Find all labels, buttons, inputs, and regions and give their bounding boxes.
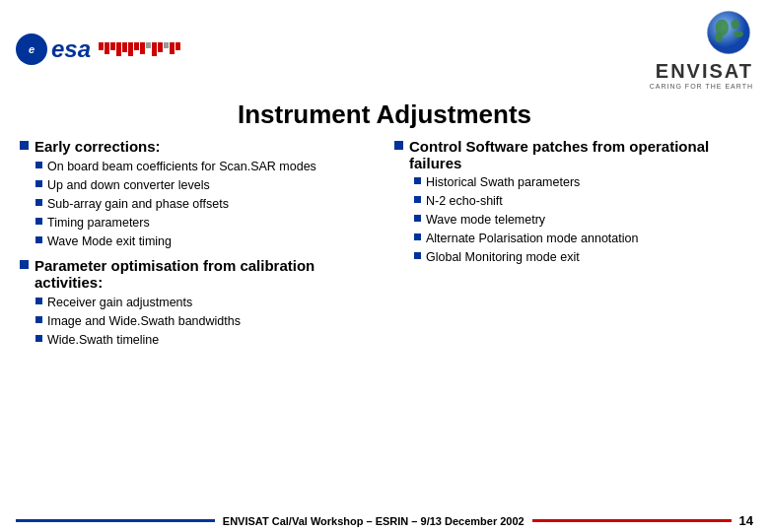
sub-bullet-icon bbox=[35, 335, 42, 342]
list-item: On board beam coefficients for Scan.SAR … bbox=[35, 159, 375, 175]
param-header: Parameter optimisation from calibration … bbox=[20, 257, 375, 291]
param-bullet bbox=[20, 260, 29, 269]
sub-bullet-icon bbox=[414, 252, 421, 259]
footer-text: ENVISAT Cal/Val Workshop – ESRIN – 9/13 … bbox=[223, 515, 524, 527]
item-text: Wave Mode exit timing bbox=[47, 233, 172, 250]
item-text: Up and down converter levels bbox=[47, 177, 210, 194]
early-corrections-label: Early corrections: bbox=[35, 138, 161, 155]
control-bullet bbox=[394, 141, 403, 150]
footer-line-right bbox=[532, 519, 732, 522]
svg-point-3 bbox=[734, 31, 743, 37]
control-section: Control Software patches from operationa… bbox=[394, 138, 749, 265]
item-text: Historical Swath parameters bbox=[426, 174, 580, 191]
control-header: Control Software patches from operationa… bbox=[394, 138, 749, 171]
param-list: Receiver gain adjustments Image and Wide… bbox=[35, 295, 375, 349]
item-text: Receiver gain adjustments bbox=[47, 295, 192, 311]
list-item: N-2 echo-shift bbox=[414, 193, 749, 210]
item-text: N-2 echo-shift bbox=[426, 193, 503, 210]
list-item: Historical Swath parameters bbox=[414, 174, 749, 191]
left-column: Early corrections: On board beam coeffic… bbox=[20, 138, 375, 355]
sub-bullet-icon bbox=[35, 199, 42, 206]
esa-text: esa bbox=[51, 35, 91, 63]
sub-bullet-icon bbox=[35, 236, 42, 243]
footer-page-number: 14 bbox=[739, 513, 753, 528]
content-area: Early corrections: On board beam coeffic… bbox=[0, 134, 769, 359]
item-text: Wide.Swath timeline bbox=[47, 332, 159, 349]
sub-bullet-icon bbox=[414, 196, 421, 203]
list-item: Receiver gain adjustments bbox=[35, 295, 375, 311]
item-text: Wave mode telemetry bbox=[426, 212, 545, 229]
envisat-tagline: CARING FOR THE EARTH bbox=[650, 83, 753, 90]
sub-bullet-icon bbox=[414, 215, 421, 222]
control-list: Historical Swath parameters N-2 echo-shi… bbox=[414, 174, 749, 265]
svg-point-4 bbox=[715, 33, 723, 42]
header: e esa bbox=[0, 0, 769, 94]
envisat-text: ENVISAT bbox=[650, 60, 753, 83]
item-text: On board beam coefficients for Scan.SAR … bbox=[47, 159, 316, 175]
svg-point-2 bbox=[732, 20, 739, 30]
item-text: Timing parameters bbox=[47, 215, 150, 232]
sub-bullet-icon bbox=[35, 298, 42, 304]
page-title: Instrument Adjustments bbox=[238, 100, 531, 129]
early-corrections-section: Early corrections: On board beam coeffic… bbox=[20, 138, 375, 249]
esa-logo: e esa bbox=[16, 33, 180, 65]
globe-icon bbox=[704, 8, 753, 57]
list-item: Sub-array gain and phase offsets bbox=[35, 196, 375, 213]
title-section: Instrument Adjustments bbox=[0, 94, 769, 134]
esa-color-bars bbox=[99, 42, 180, 56]
list-item: Alternate Polarisation mode annotation bbox=[414, 231, 749, 247]
sub-bullet-icon bbox=[414, 233, 421, 240]
sub-bullet-icon bbox=[35, 218, 42, 225]
list-item: Timing parameters bbox=[35, 215, 375, 232]
list-item: Wave Mode exit timing bbox=[35, 233, 375, 250]
control-label: Control Software patches from operationa… bbox=[409, 138, 749, 171]
list-item: Up and down converter levels bbox=[35, 177, 375, 194]
param-section: Parameter optimisation from calibration … bbox=[20, 257, 375, 349]
sub-bullet-icon bbox=[414, 177, 421, 184]
early-corrections-bullet bbox=[20, 141, 29, 150]
item-text: Image and Wide.Swath bandwidths bbox=[47, 313, 241, 330]
item-text: Sub-array gain and phase offsets bbox=[47, 196, 229, 213]
param-label: Parameter optimisation from calibration … bbox=[35, 257, 375, 291]
envisat-logo: ENVISAT CARING FOR THE EARTH bbox=[650, 8, 753, 90]
right-column: Control Software patches from operationa… bbox=[394, 138, 749, 355]
list-item: Global Monitoring mode exit bbox=[414, 249, 749, 266]
footer: ENVISAT Cal/Val Workshop – ESRIN – 9/13 … bbox=[0, 509, 769, 532]
footer-line-left bbox=[16, 519, 215, 522]
item-text: Alternate Polarisation mode annotation bbox=[426, 231, 638, 247]
esa-circle-icon: e bbox=[16, 33, 47, 65]
early-corrections-list: On board beam coefficients for Scan.SAR … bbox=[35, 159, 375, 249]
sub-bullet-icon bbox=[35, 180, 42, 187]
sub-bullet-icon bbox=[35, 316, 42, 323]
list-item: Wave mode telemetry bbox=[414, 212, 749, 229]
svg-point-0 bbox=[707, 11, 749, 53]
list-item: Wide.Swath timeline bbox=[35, 332, 375, 349]
early-corrections-header: Early corrections: bbox=[20, 138, 375, 155]
sub-bullet-icon bbox=[35, 162, 42, 168]
item-text: Global Monitoring mode exit bbox=[426, 249, 580, 266]
list-item: Image and Wide.Swath bandwidths bbox=[35, 313, 375, 330]
